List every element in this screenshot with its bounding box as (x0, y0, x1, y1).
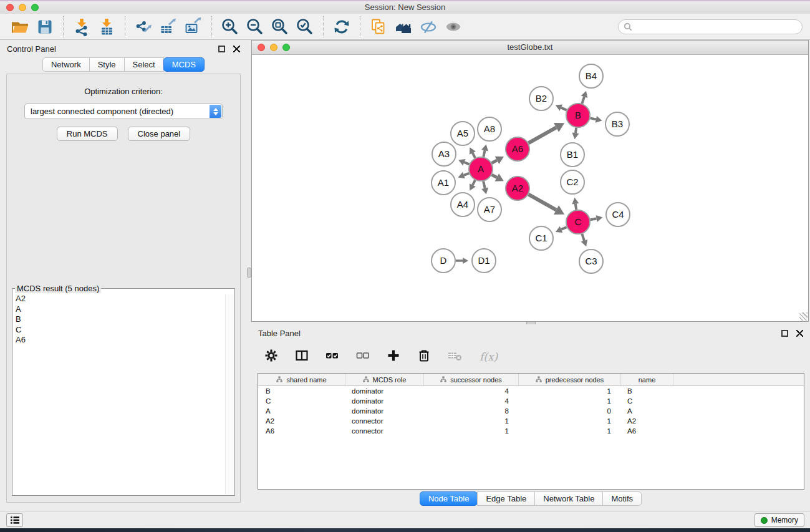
tab-motifs[interactable]: Motifs (602, 491, 642, 506)
table-cell[interactable]: A6 (621, 427, 673, 435)
graph-edge-C-C4[interactable] (591, 215, 603, 222)
graph-node-A2[interactable]: A2 (506, 177, 529, 200)
task-history-button[interactable] (6, 513, 23, 527)
table-cell[interactable]: 1 (519, 397, 621, 405)
column-header-name[interactable]: name (621, 374, 673, 385)
table-cell[interactable]: C (621, 397, 673, 405)
graph-node-B4[interactable]: B4 (579, 64, 603, 88)
graph-node-A3[interactable]: A3 (432, 142, 456, 166)
graph-node-A6[interactable]: A6 (506, 137, 529, 161)
graph-edge-A2-C[interactable] (528, 195, 564, 215)
close-panel-icon[interactable] (233, 46, 240, 52)
graph-node-B3[interactable]: B3 (605, 112, 629, 136)
select-all-rows-button[interactable] (325, 349, 339, 365)
table-cell[interactable]: 4 (424, 397, 519, 405)
close-network-button[interactable] (258, 44, 265, 51)
tab-edge-table[interactable]: Edge Table (477, 491, 535, 506)
graph-edge-A6-B[interactable] (528, 123, 564, 143)
graph-edge-A-A5[interactable] (470, 147, 476, 158)
table-cell[interactable]: dominator (345, 397, 424, 405)
vertical-splitter-handle[interactable] (247, 268, 251, 278)
resize-grip-icon[interactable] (799, 312, 808, 321)
tab-network[interactable]: Network (42, 57, 90, 72)
export-network-button[interactable] (132, 16, 155, 38)
graph-edge-C-C2[interactable] (572, 198, 579, 210)
app-titlebar[interactable]: Session: New Session (0, 1, 810, 14)
table-cell[interactable]: A6 (258, 427, 345, 435)
table-cell[interactable]: connector (345, 427, 424, 435)
mcds-result-item[interactable]: A2 (14, 294, 224, 304)
table-cell[interactable]: 0 (519, 407, 621, 415)
graph-node-A8[interactable]: A8 (478, 117, 501, 141)
graph-edge-C-C1[interactable] (556, 226, 567, 233)
float-panel-icon[interactable] (218, 46, 225, 52)
graph-node-C3[interactable]: C3 (579, 249, 603, 273)
tab-select[interactable]: Select (124, 57, 164, 72)
column-selector-button[interactable] (295, 349, 309, 365)
close-table-panel-icon[interactable] (796, 330, 803, 337)
graph-node-D[interactable]: D (432, 249, 455, 273)
graph-edge-B-B1[interactable] (572, 128, 579, 139)
deselect-all-rows-button[interactable] (356, 349, 370, 365)
graph-node-D1[interactable]: D1 (472, 249, 496, 273)
tab-network-table[interactable]: Network Table (534, 491, 603, 506)
table-cell[interactable]: 1 (424, 417, 519, 425)
table-cell[interactable]: 8 (424, 407, 519, 415)
add-row-button[interactable] (387, 349, 400, 365)
graph-edge-A-A7[interactable] (481, 181, 488, 195)
table-cell[interactable]: 1 (424, 427, 519, 435)
table-cell[interactable]: A (621, 407, 673, 415)
memory-button[interactable]: Memory (755, 513, 804, 527)
delete-rows-button[interactable] (417, 349, 431, 365)
graph-node-B2[interactable]: B2 (529, 87, 553, 110)
graph-edge-B-B3[interactable] (591, 116, 602, 123)
table-cell[interactable]: A2 (258, 417, 345, 425)
graph-node-C4[interactable]: C4 (606, 203, 630, 226)
zoom-selected-button[interactable] (294, 16, 316, 38)
graph-edge-A-A2[interactable] (492, 173, 504, 181)
close-window-button[interactable] (6, 4, 14, 11)
graph-edge-A-A1[interactable] (458, 172, 469, 179)
table-cell[interactable]: 1 (519, 387, 621, 395)
save-session-button[interactable] (34, 16, 56, 38)
zoom-fit-button[interactable] (269, 16, 291, 38)
graph-edge-B-B2[interactable] (556, 104, 567, 110)
graph-node-B1[interactable]: B1 (561, 143, 584, 167)
mcds-result-item[interactable]: B (14, 314, 224, 325)
table-cell[interactable]: 1 (519, 417, 621, 425)
export-image-button[interactable] (182, 16, 205, 38)
column-header-successor-nodes[interactable]: successor nodes (424, 374, 519, 385)
open-file-button[interactable] (9, 16, 31, 38)
minimize-window-button[interactable] (19, 4, 26, 11)
table-cell[interactable]: C (258, 397, 345, 405)
table-cell[interactable]: B (621, 387, 673, 395)
zoom-network-button[interactable] (282, 44, 290, 51)
table-cell[interactable]: dominator (345, 387, 424, 395)
first-neighbors-button[interactable] (392, 16, 415, 38)
network-canvas[interactable]: B4B2BB3A8A5A6A3B1AC2A1A2A4A7C4CC1DD1C3 (252, 55, 808, 321)
table-cell[interactable]: 4 (424, 387, 519, 395)
hide-selected-button[interactable] (417, 16, 440, 38)
table-cell[interactable]: dominator (345, 407, 424, 415)
zoom-out-button[interactable] (244, 16, 266, 38)
graph-edge-A-A3[interactable] (458, 159, 469, 165)
table-cell[interactable]: 1 (519, 427, 621, 435)
table-cell[interactable]: connector (345, 417, 424, 425)
table-cell[interactable]: A (258, 407, 345, 415)
refresh-button[interactable] (330, 16, 353, 38)
table-options-button[interactable] (264, 349, 278, 365)
column-header-shared-name[interactable]: shared name (258, 374, 345, 385)
run-mcds-button[interactable]: Run MCDS (57, 127, 118, 141)
graph-node-A5[interactable]: A5 (451, 122, 475, 145)
tab-node-table[interactable]: Node Table (420, 491, 478, 506)
column-header-predecessor-nodes[interactable]: predecessor nodes (519, 374, 621, 385)
import-network-button[interactable] (70, 16, 93, 38)
graph-edge-A-A6[interactable] (492, 157, 504, 164)
clone-network-button[interactable] (367, 16, 390, 38)
network-graph[interactable]: B4B2BB3A8A5A6A3B1AC2A1A2A4A7C4CC1DD1C3 (252, 55, 808, 321)
float-table-panel-icon[interactable] (781, 330, 788, 337)
graph-edge-C-C3[interactable] (581, 234, 588, 246)
result-scrollbar[interactable] (225, 294, 234, 495)
graph-node-A1[interactable]: A1 (432, 171, 455, 195)
network-window-titlebar[interactable]: testGlobe.txt (252, 41, 808, 55)
